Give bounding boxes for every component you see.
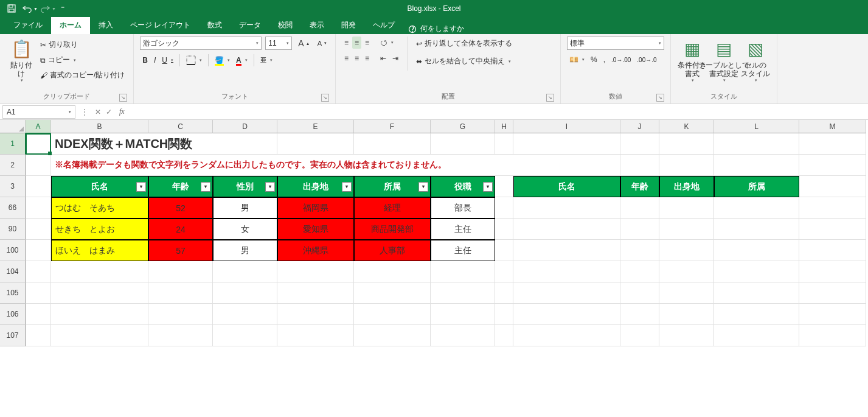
col-header-F[interactable]: F (354, 120, 431, 133)
tab-review[interactable]: 校閲 (269, 17, 301, 34)
col-header-K[interactable]: K (659, 120, 714, 133)
tab-help[interactable]: ヘルプ (364, 17, 403, 34)
underline-button[interactable]: U▾ (159, 54, 176, 66)
table-cell[interactable]: 部長 (431, 197, 495, 219)
filter-button[interactable]: ▾ (136, 182, 146, 192)
increase-indent-button[interactable]: ⇥ (390, 52, 401, 65)
increase-decimal-button[interactable]: .0→.00 (609, 54, 633, 66)
number-format-combo[interactable]: 標準▾ (567, 37, 664, 50)
row-header-107[interactable]: 107 (0, 325, 26, 346)
table-cell[interactable]: つはむ そあち (51, 197, 148, 219)
tell-me[interactable]: 何をしますか (408, 24, 464, 34)
col-header-E[interactable]: E (277, 120, 354, 133)
table-cell[interactable]: 福岡県 (277, 197, 354, 219)
row-header-90[interactable]: 90 (0, 219, 26, 240)
table-cell[interactable]: 24 (148, 219, 213, 240)
row-header-106[interactable]: 106 (0, 304, 26, 325)
table-cell[interactable]: 主任 (431, 240, 495, 261)
table-cell[interactable]: 商品開発部 (354, 219, 431, 240)
worksheet[interactable]: ABCDEFGHIJKLM 1236690100104105106107 NDE… (0, 120, 868, 346)
accounting-format-button[interactable]: 💴▾ (567, 54, 587, 66)
table2-header-1[interactable]: 年齢 (620, 176, 659, 197)
table-cell[interactable]: ほいえ はまみ (51, 240, 148, 261)
filter-button[interactable]: ▾ (418, 182, 428, 192)
tab-file[interactable]: ファイル (5, 17, 51, 34)
select-all-corner[interactable] (0, 120, 26, 133)
tab-page-layout[interactable]: ページ レイアウト (122, 17, 199, 34)
bold-button[interactable]: B (140, 54, 150, 66)
row-header-105[interactable]: 105 (0, 282, 26, 304)
paste-button[interactable]: 📋 貼り付け ▾ (6, 37, 36, 86)
name-box[interactable]: A1▾ (2, 105, 75, 119)
table-cell[interactable]: 女 (213, 219, 277, 240)
tab-insert[interactable]: 挿入 (90, 17, 122, 34)
filter-button[interactable]: ▾ (201, 182, 210, 192)
qat-customize[interactable]: ⁼ (58, 1, 67, 16)
font-color-button[interactable]: A▾ (234, 54, 250, 66)
col-header-D[interactable]: D (213, 120, 277, 133)
tab-data[interactable]: データ (231, 17, 269, 34)
align-bottom-button[interactable]: ≡ (363, 37, 372, 49)
font-name-combo[interactable]: 游ゴシック▾ (140, 37, 262, 50)
borders-button[interactable]: ▾ (184, 54, 204, 67)
tab-formulas[interactable]: 数式 (199, 17, 231, 34)
align-right-button[interactable]: ≡ (363, 52, 372, 65)
tab-view[interactable]: 表示 (301, 17, 333, 34)
column-headers[interactable]: ABCDEFGHIJKLM (26, 120, 866, 133)
font-dialog-launcher[interactable]: ↘ (321, 94, 329, 102)
row-header-1[interactable]: 1 (0, 133, 26, 155)
filter-button[interactable]: ▾ (342, 182, 352, 192)
save-button[interactable] (4, 1, 19, 16)
table-cell[interactable]: せきち とよお (51, 219, 148, 240)
row-header-100[interactable]: 100 (0, 240, 26, 261)
col-header-L[interactable]: L (714, 120, 799, 133)
cancel-formula-button[interactable]: ✕ (95, 108, 101, 116)
format-painter-button[interactable]: 🖌書式のコピー/貼り付け (38, 68, 127, 82)
row-header-2[interactable]: 2 (0, 155, 26, 176)
cell-grid[interactable]: NDEX関数＋MATCH関数※名簿掲載データも関数で文字列をランダムに出力したも… (26, 133, 866, 346)
formula-input[interactable] (128, 105, 868, 119)
filter-button[interactable]: ▾ (483, 182, 493, 192)
cut-button[interactable]: ✂切り取り (38, 38, 127, 52)
table-cell[interactable]: 人事部 (354, 240, 431, 261)
align-middle-button[interactable]: ≡ (352, 37, 361, 49)
font-size-combo[interactable]: 11▾ (265, 37, 292, 50)
col-header-A[interactable]: A (26, 120, 51, 133)
table-cell[interactable]: 沖縄県 (277, 240, 354, 261)
table-cell[interactable]: 57 (148, 240, 213, 261)
table1-header-2[interactable]: 性別▾ (213, 176, 277, 197)
align-left-button[interactable]: ≡ (342, 52, 351, 65)
row-header-104[interactable]: 104 (0, 261, 26, 282)
tab-home[interactable]: ホーム (51, 17, 90, 34)
table1-header-5[interactable]: 役職▾ (431, 176, 495, 197)
clipboard-dialog-launcher[interactable]: ↘ (119, 94, 127, 102)
decrease-font-button[interactable]: A▾ (315, 38, 329, 49)
format-as-table-button[interactable]: ▤テーブルとして 書式設定▾ (709, 37, 739, 86)
fx-icon[interactable]: fx (116, 107, 128, 116)
wrap-text-button[interactable]: ↩折り返して全体を表示する (414, 37, 515, 51)
orientation-button[interactable]: ⭯▾ (378, 37, 396, 49)
cell-styles-button[interactable]: ▧セルの スタイル▾ (740, 37, 771, 86)
table-cell[interactable]: 52 (148, 197, 213, 219)
table-cell[interactable]: 愛知県 (277, 219, 354, 240)
alignment-dialog-launcher[interactable]: ↘ (546, 94, 554, 102)
table-cell[interactable]: 男 (213, 197, 277, 219)
col-header-H[interactable]: H (495, 120, 513, 133)
col-header-B[interactable]: B (51, 120, 148, 133)
italic-button[interactable]: I (151, 54, 158, 66)
table2-header-3[interactable]: 所属 (714, 176, 799, 197)
undo-button[interactable]: ▼ (22, 1, 38, 16)
table2-header-0[interactable]: 氏名 (513, 176, 620, 197)
filter-button[interactable]: ▾ (265, 182, 275, 192)
table1-header-3[interactable]: 出身地▾ (277, 176, 354, 197)
enter-formula-button[interactable]: ✓ (106, 108, 112, 116)
table2-header-2[interactable]: 出身地 (659, 176, 714, 197)
row-headers[interactable]: 1236690100104105106107 (0, 133, 26, 346)
col-header-G[interactable]: G (431, 120, 495, 133)
row-header-3[interactable]: 3 (0, 176, 26, 197)
table1-header-0[interactable]: 氏名▾ (51, 176, 148, 197)
percent-button[interactable]: % (588, 54, 600, 66)
col-header-M[interactable]: M (799, 120, 866, 133)
increase-font-button[interactable]: A▴ (296, 37, 311, 50)
table1-header-1[interactable]: 年齢▾ (148, 176, 213, 197)
